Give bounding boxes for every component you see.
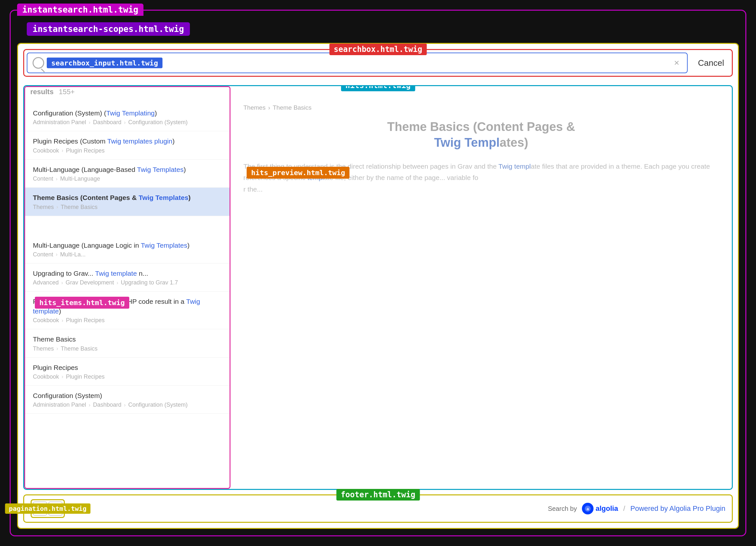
list-item[interactable]: Configuration (System) (Twig Templating)… (25, 103, 230, 131)
results-count: 155+ (59, 88, 75, 96)
list-item[interactable]: Multi-Language (Language Logic in Twig T… (25, 235, 230, 263)
inner-container: searchbox.html.twig searchbox_input.html… (17, 43, 739, 529)
searchbox-inner[interactable]: searchbox_input.html.twig × (27, 53, 688, 73)
preview-breadcrumb: Themes›Theme Basics (243, 104, 719, 111)
list-item[interactable]: Upgrading to Grav... Twig template n... … (25, 263, 230, 292)
searchbox-input-label: searchbox_input.html.twig (47, 58, 162, 68)
hit-breadcrumb: Cookbook›Plugin Recipes (33, 147, 222, 154)
preview-title: Theme Basics (Content Pages &Twig Templa… (243, 119, 719, 151)
hit-title: Theme Basics (Content Pages & Twig Templ… (33, 193, 222, 202)
search-icon (33, 57, 44, 69)
results-area: hits.html.twig results 155+ Configuratio… (23, 85, 733, 490)
pagination-wrapper: < pagination.html.twig > (31, 499, 65, 518)
footer-label: footer.html.twig (336, 489, 420, 501)
algolia-text: algolia (595, 504, 618, 513)
hit-breadcrumb: Administration Panel›Dashboard›Configura… (33, 402, 222, 408)
pagination-label: pagination.html.twig (5, 503, 91, 514)
footer-right: Search by a algolia / Powered by Algolia… (548, 503, 725, 514)
hit-breadcrumb: Advanced›Grav Development›Upgrading to G… (33, 279, 222, 286)
hit-title: Theme Basics (33, 335, 222, 344)
hits-preview-label: hits_preview.html.twig (247, 167, 349, 179)
hit-title: Plugin Recipes (Custom Twig templates pl… (33, 136, 222, 146)
hit-title: Configuration (System) (Twig Templating) (33, 108, 222, 118)
tab-instantsearch[interactable]: instantsearch.html.twig (17, 4, 143, 16)
footer-area: footer.html.twig < pagination.html.twig … (23, 494, 733, 523)
hit-breadcrumb: Content›Multi-La... (33, 251, 222, 258)
clear-button[interactable]: × (672, 58, 682, 68)
algolia-logo: a algolia (582, 503, 618, 514)
algolia-icon: a (582, 503, 594, 514)
hit-title: Upgrading to Grav... Twig template n... (33, 268, 222, 278)
list-item-active[interactable]: Theme Basics (Content Pages & Twig Templ… (25, 188, 230, 216)
hits-label: hits.html.twig (341, 85, 415, 91)
powered-by-link[interactable]: Powered by Algolia Pro Plugin (630, 504, 725, 513)
hit-breadcrumb: Content›Multi-Language (33, 175, 222, 182)
results-header: results 155+ (25, 86, 230, 98)
list-item[interactable]: Theme Basics Themes›Theme Basics (25, 329, 230, 357)
search-by-text: Search by (548, 505, 577, 512)
outer-wrapper: instantsearch.html.twig instantsearch-sc… (10, 10, 746, 536)
searchbox-wrapper: searchbox.html.twig searchbox_input.html… (23, 49, 733, 77)
searchbox-label: searchbox.html.twig (329, 44, 427, 55)
svg-text:a: a (587, 506, 589, 511)
hits-items-label: hits_items.html.twig (35, 297, 129, 309)
hit-breadcrumb: Themes›Theme Basics (33, 346, 222, 352)
results-label: results (30, 88, 54, 96)
tab-scopes[interactable]: instantsearch-scopes.html.twig (27, 22, 190, 36)
hit-breadcrumb: Themes›Theme Basics (33, 204, 222, 210)
hit-breadcrumb: Administration Panel›Dashboard›Configura… (33, 119, 222, 126)
footer-divider: / (623, 504, 625, 513)
hit-title: Plugin Recipes (33, 363, 222, 372)
list-item[interactable]: Configuration (System) Administration Pa… (25, 386, 230, 414)
list-item[interactable]: Plugin Recipes Cookbook›Plugin Recipes (25, 358, 230, 386)
hit-title: Multi-Language (Language-Based Twig Temp… (33, 165, 222, 174)
hit-title: Multi-Language (Language Logic in Twig T… (33, 240, 222, 250)
hit-breadcrumb: Cookbook›Plugin Recipes (33, 317, 222, 324)
hit-breadcrumb: Cookbook›Plugin Recipes (33, 374, 222, 380)
list-item[interactable]: Multi-Language (Language-Based Twig Temp… (25, 160, 230, 188)
hits-list[interactable]: results 155+ Configuration (System) (Twi… (24, 86, 231, 489)
cancel-button[interactable]: Cancel (690, 55, 732, 71)
hits-preview: hits_preview.html.twig Themes›Theme Basi… (231, 86, 732, 489)
hit-title: Configuration (System) (33, 391, 222, 400)
list-item[interactable]: Plugin Recipes (Custom Twig templates pl… (25, 131, 230, 159)
